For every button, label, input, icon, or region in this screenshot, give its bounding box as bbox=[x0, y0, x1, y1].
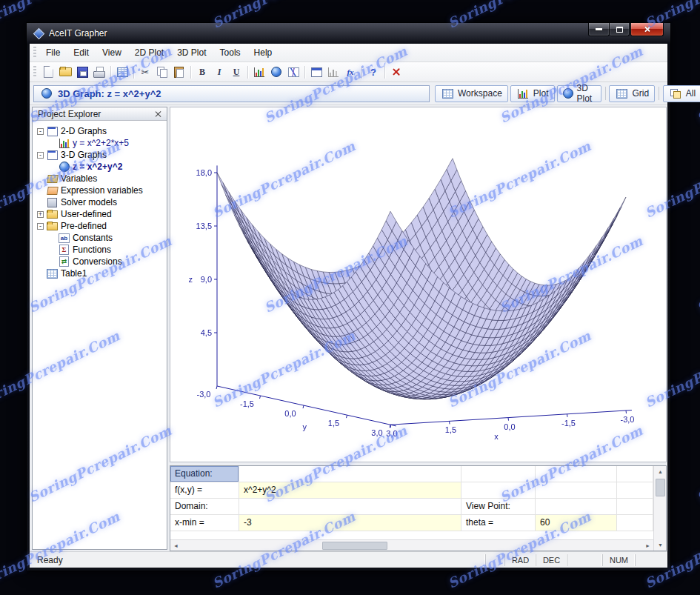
new-document-icon-button[interactable] bbox=[40, 64, 56, 80]
paste-icon-button[interactable] bbox=[171, 64, 187, 80]
tree-item-pre-defined[interactable]: -Pre-defined bbox=[37, 220, 165, 232]
menu-item-view[interactable]: View bbox=[96, 45, 128, 60]
tree-item-label: 3-D Graphs bbox=[61, 150, 107, 160]
menu-item-edit[interactable]: Edit bbox=[67, 45, 96, 60]
equation-cell[interactable] bbox=[536, 466, 617, 482]
copy-icon-button[interactable] bbox=[154, 64, 170, 80]
view-button-workspace[interactable]: Workspace bbox=[435, 85, 508, 102]
equation-cell[interactable] bbox=[536, 499, 617, 514]
fx-icon-button[interactable] bbox=[342, 64, 359, 80]
equation-cell[interactable]: f(x,y) = bbox=[170, 482, 239, 498]
save-icon-button[interactable] bbox=[74, 64, 90, 80]
equation-cell[interactable] bbox=[461, 466, 536, 482]
equation-cell[interactable] bbox=[617, 515, 653, 531]
tree-expander-icon[interactable]: - bbox=[37, 128, 44, 135]
bold-icon-button[interactable] bbox=[194, 64, 210, 80]
scroll-right-icon[interactable] bbox=[642, 540, 653, 551]
tree-item-user-defined[interactable]: +User-defined bbox=[37, 208, 165, 220]
equation-row bbox=[170, 531, 653, 539]
tree-item-label: y = x^2+2*x+5 bbox=[73, 138, 129, 148]
equation-cell[interactable]: -3 bbox=[239, 515, 461, 531]
status-indicator-num: NUM bbox=[602, 554, 635, 566]
view-button-label: All bbox=[686, 88, 696, 99]
status-indicator-empty bbox=[567, 554, 602, 566]
scroll-up-icon[interactable] bbox=[654, 466, 667, 477]
menu-item-help[interactable]: Help bbox=[247, 45, 279, 60]
menu-item-file[interactable]: File bbox=[39, 45, 67, 60]
vertical-scrollbar[interactable] bbox=[653, 466, 666, 551]
horizontal-scrollbar[interactable] bbox=[170, 539, 653, 551]
equation-cell[interactable] bbox=[617, 466, 653, 482]
equation-cell[interactable]: x^2+y^2 bbox=[239, 482, 461, 498]
maximize-button[interactable] bbox=[610, 23, 630, 36]
underline-icon-button[interactable] bbox=[228, 64, 244, 80]
tree-item-table1[interactable]: Table1 bbox=[37, 267, 165, 279]
tree-item-variables[interactable]: Variables bbox=[37, 173, 165, 185]
bar-chart-icon-button[interactable] bbox=[251, 64, 267, 80]
italic-icon-button[interactable] bbox=[211, 64, 227, 80]
equation-cell[interactable] bbox=[239, 466, 461, 482]
tree-item-3-d-graphs[interactable]: -3-D Graphs bbox=[37, 149, 165, 161]
graph-header: 3D Graph: z = x^2+y^2 WorkspacePlot3D Pl… bbox=[30, 82, 667, 105]
open-folder-icon-button[interactable] bbox=[57, 64, 73, 80]
horizontal-scroll-thumb[interactable] bbox=[322, 542, 387, 550]
view-button-3d-plot[interactable]: 3D Plot bbox=[557, 85, 601, 102]
equation-cell[interactable]: theta = bbox=[461, 515, 536, 531]
project-explorer-header: Project Explorer bbox=[33, 107, 167, 121]
title-bar[interactable]: AceIT Grapher bbox=[27, 23, 670, 44]
tree-item-solver-models[interactable]: Solver models bbox=[37, 196, 165, 208]
menu-item-3d-plot[interactable]: 3D Plot bbox=[170, 45, 213, 60]
equation-cell[interactable]: View Point: bbox=[461, 499, 536, 514]
function-chart-icon-button[interactable] bbox=[325, 64, 341, 80]
equation-cell[interactable] bbox=[617, 482, 653, 498]
surface-chart-icon-button[interactable] bbox=[285, 64, 301, 80]
menu-item-2d-plot[interactable]: 2D Plot bbox=[128, 45, 170, 60]
tree-item-constants[interactable]: Constants bbox=[49, 232, 165, 244]
table-small-icon bbox=[47, 268, 58, 279]
tree-expander-icon[interactable]: - bbox=[37, 152, 44, 159]
plot-window-icon-button[interactable] bbox=[308, 64, 324, 80]
tree-item-functions[interactable]: Functions bbox=[49, 244, 165, 256]
constants-icon bbox=[59, 233, 70, 243]
menubar-gripper[interactable] bbox=[33, 47, 36, 59]
tree-item-expression-variables[interactable]: Expression variables bbox=[37, 185, 165, 196]
close-button[interactable] bbox=[630, 23, 664, 36]
tree-item-z-x-2-y-2[interactable]: z = x^2+y^2 bbox=[49, 161, 165, 173]
help-icon-button[interactable] bbox=[365, 64, 381, 80]
equation-cell[interactable]: x-min = bbox=[170, 515, 239, 531]
tree-expander-icon[interactable]: - bbox=[37, 223, 44, 230]
scroll-down-icon[interactable] bbox=[654, 539, 667, 551]
toolbar-gripper[interactable] bbox=[33, 66, 36, 78]
delete-icon bbox=[390, 65, 403, 79]
tree-item-conversions[interactable]: Conversions bbox=[49, 256, 165, 267]
equation-cell[interactable]: Equation: bbox=[170, 466, 239, 482]
equation-cell[interactable] bbox=[617, 499, 653, 514]
scroll-left-icon[interactable] bbox=[170, 540, 181, 551]
minimize-button[interactable] bbox=[588, 23, 610, 36]
equation-cell[interactable] bbox=[461, 482, 536, 498]
graph-title-box: 3D Graph: z = x^2+y^2 bbox=[33, 85, 430, 102]
cut-icon-button[interactable] bbox=[137, 64, 153, 80]
globe-icon-button[interactable] bbox=[268, 64, 284, 80]
tree-item-y-x-2-2-x-5[interactable]: y = x^2+2*x+5 bbox=[49, 137, 165, 149]
panel-close-button[interactable] bbox=[154, 110, 163, 119]
equation-cell[interactable] bbox=[536, 482, 617, 498]
surface-plot-canvas[interactable] bbox=[170, 107, 670, 462]
vertical-scroll-thumb[interactable] bbox=[656, 479, 665, 496]
equation-cell[interactable]: 60 bbox=[536, 515, 617, 531]
menu-item-tools[interactable]: Tools bbox=[213, 45, 247, 60]
workspace-table-icon-button[interactable] bbox=[114, 64, 130, 80]
tree-globe-icon bbox=[59, 162, 70, 172]
view-button-plot[interactable]: Plot bbox=[510, 85, 555, 102]
delete-icon-button[interactable] bbox=[388, 64, 404, 80]
view-button-all[interactable]: All bbox=[663, 85, 700, 102]
graph-title: 3D Graph: z = x^2+y^2 bbox=[58, 88, 161, 99]
toolbar-separator bbox=[190, 66, 191, 79]
equation-cell[interactable]: Domain: bbox=[170, 499, 239, 514]
equation-cell[interactable] bbox=[239, 499, 461, 514]
globe-icon bbox=[40, 87, 53, 100]
tree-expander-icon[interactable]: + bbox=[37, 211, 44, 218]
view-button-grid[interactable]: Grid bbox=[609, 85, 655, 102]
print-icon-button[interactable] bbox=[91, 64, 107, 80]
tree-item-2-d-graphs[interactable]: -2-D Graphs bbox=[37, 125, 165, 137]
